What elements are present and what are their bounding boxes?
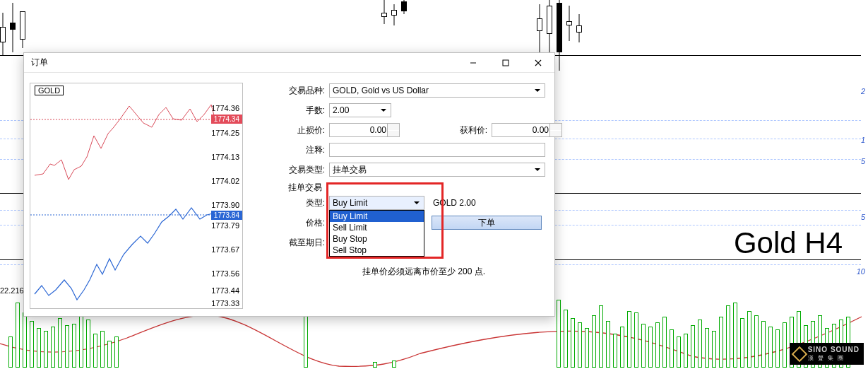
volume-bar bbox=[747, 311, 751, 368]
volume-bar bbox=[16, 303, 20, 368]
axis-price-label: 1 bbox=[861, 136, 865, 144]
volume-bar bbox=[733, 303, 737, 368]
dialog-title: 订单 bbox=[31, 57, 48, 69]
volume-label: 手数: bbox=[285, 105, 325, 117]
volume-bar bbox=[768, 327, 773, 368]
volume-bar bbox=[613, 334, 617, 368]
volume-bar bbox=[58, 318, 62, 368]
price-label: 价格: bbox=[285, 217, 325, 229]
sl-label: 止损价: bbox=[285, 124, 325, 136]
volume-value: 2.00 bbox=[333, 105, 349, 115]
volume-bar bbox=[705, 328, 709, 368]
deviation-note: 挂单价必须远离市价至少 200 点. bbox=[285, 266, 562, 278]
volume-bar bbox=[592, 315, 596, 368]
volume-bar bbox=[23, 312, 27, 368]
preview-chart: GOLD 1774.361774.251774.131774.021773.90… bbox=[30, 83, 243, 309]
volume-bar bbox=[691, 325, 695, 368]
pending-info: GOLD 2.00 bbox=[433, 198, 476, 208]
tp-label: 获利价: bbox=[431, 124, 487, 136]
order-form: 交易品种: GOLD, Gold vs US Dollar 手数: 2.00 止… bbox=[243, 83, 562, 312]
volume-bar bbox=[8, 336, 13, 368]
order-dialog: 订单 GOLD 1774.361774.251774.131774.021773… bbox=[23, 52, 555, 317]
chart-left-number: 22.216 bbox=[0, 286, 24, 295]
volume-bar bbox=[655, 322, 660, 368]
sl-input[interactable]: 0.00 bbox=[329, 123, 400, 137]
volume-bar bbox=[677, 336, 681, 368]
ordertype-label: 交易类型: bbox=[285, 164, 325, 176]
volume-bar bbox=[72, 324, 76, 368]
ordertype-select[interactable]: 挂单交易 bbox=[329, 163, 545, 177]
volume-bar bbox=[775, 329, 780, 368]
pending-type-option[interactable]: Buy Limit bbox=[330, 211, 424, 222]
brand-name: SINO SOUND bbox=[808, 346, 860, 353]
place-order-label: 下单 bbox=[478, 218, 495, 228]
volume-bar bbox=[51, 327, 55, 368]
brand-sub: 漢 聲 集 團 bbox=[808, 355, 845, 361]
volume-bar bbox=[641, 324, 646, 368]
volume-bar bbox=[304, 314, 308, 368]
volume-bar bbox=[670, 329, 674, 368]
ordertype-value: 挂单交易 bbox=[333, 164, 367, 176]
volume-bar bbox=[698, 320, 702, 368]
volume-bar bbox=[564, 310, 568, 368]
pending-type-value: Buy Limit bbox=[333, 198, 367, 208]
symbol-select[interactable]: GOLD, Gold vs US Dollar bbox=[329, 83, 545, 98]
volume-bar bbox=[627, 311, 631, 368]
volume-bar bbox=[100, 331, 105, 368]
volume-bar bbox=[37, 328, 41, 368]
pending-type-option[interactable]: Buy Stop bbox=[330, 233, 424, 245]
volume-bar bbox=[740, 318, 744, 368]
place-order-button[interactable]: 下单 bbox=[432, 216, 542, 230]
pending-section-label: 挂单交易 bbox=[288, 182, 562, 194]
volume-bar bbox=[578, 322, 582, 368]
volume-bar bbox=[783, 322, 787, 368]
minimize-button[interactable] bbox=[457, 53, 489, 73]
pending-type-select[interactable]: Buy Limit bbox=[329, 196, 424, 210]
ask-line bbox=[35, 105, 214, 180]
sl-value: 0.00 bbox=[370, 125, 386, 135]
volume-bar bbox=[648, 327, 653, 368]
comment-input[interactable] bbox=[329, 143, 545, 157]
volume-bar bbox=[114, 336, 119, 368]
tp-value: 0.00 bbox=[533, 125, 549, 135]
volume-bar bbox=[571, 318, 575, 368]
volume-bar bbox=[606, 321, 610, 368]
volume-bar bbox=[634, 312, 638, 368]
dialog-titlebar[interactable]: 订单 bbox=[24, 53, 554, 73]
symbol-value: GOLD, Gold vs US Dollar bbox=[333, 86, 429, 95]
tp-input[interactable]: 0.00 bbox=[492, 123, 562, 137]
volume-bar bbox=[754, 315, 759, 368]
brand-logo: SINO SOUND 漢 聲 集 團 bbox=[790, 343, 864, 365]
diamond-icon bbox=[791, 346, 807, 362]
volume-bar bbox=[761, 321, 766, 368]
volume-bar bbox=[65, 325, 69, 368]
pending-type-dropdown[interactable]: Buy LimitSell LimitBuy StopSell Stop bbox=[329, 210, 424, 257]
axis-price-label: 2 bbox=[861, 87, 865, 95]
pending-type-label: 类型: bbox=[285, 197, 325, 209]
symbol-label: 交易品种: bbox=[285, 85, 325, 97]
volume-bar bbox=[93, 334, 97, 368]
volume-bar bbox=[392, 361, 396, 368]
pending-type-option[interactable]: Sell Stop bbox=[330, 245, 424, 256]
volume-select[interactable]: 2.00 bbox=[329, 103, 391, 117]
volume-bar bbox=[719, 317, 723, 368]
pending-type-option[interactable]: Sell Limit bbox=[330, 222, 424, 233]
volume-bar bbox=[662, 317, 667, 368]
volume-bar bbox=[712, 331, 716, 368]
volume-bar bbox=[373, 362, 377, 368]
volume-bar bbox=[30, 321, 34, 368]
volume-bar bbox=[86, 320, 90, 368]
svg-rect-1 bbox=[503, 60, 509, 66]
chart-title: Gold H4 bbox=[734, 226, 843, 260]
bid-line bbox=[35, 208, 215, 300]
maximize-button[interactable] bbox=[489, 53, 522, 73]
volume-bar bbox=[585, 328, 589, 368]
volume-bar bbox=[684, 334, 688, 368]
axis-price-label: 5 bbox=[861, 213, 865, 221]
volume-bar bbox=[44, 331, 48, 368]
axis-price-label: 10 bbox=[857, 267, 865, 276]
volume-bar bbox=[726, 305, 730, 368]
axis-price-label: 5 bbox=[861, 157, 865, 165]
volume-bar bbox=[620, 327, 624, 368]
close-button[interactable] bbox=[522, 53, 554, 73]
